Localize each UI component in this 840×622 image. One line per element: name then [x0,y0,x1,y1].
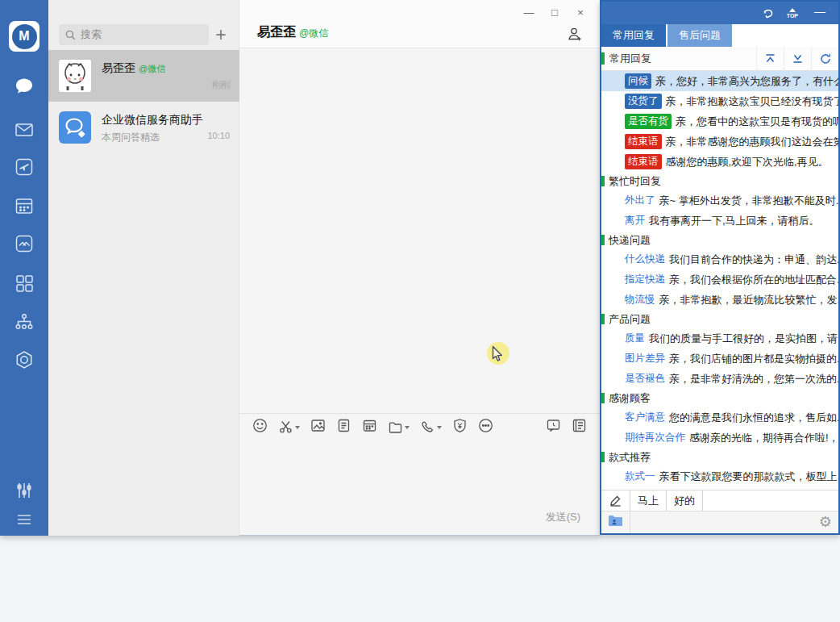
payment-icon[interactable] [452,418,468,436]
assistant-minimize-icon[interactable]: — [809,5,830,21]
edit-pencil-icon[interactable] [601,491,630,511]
reply-text: 亲，非常抱歉这款宝贝已经没有现货了... [666,94,839,109]
reply-tag[interactable]: 质量 [625,331,645,346]
add-member-icon[interactable] [566,26,582,45]
image-icon[interactable] [310,418,326,436]
reply-text: 我们的质量与手工很好的，是实拍图，请... [649,332,838,346]
menu-icon[interactable] [0,510,48,529]
reply-item[interactable]: 结束语亲，非常感谢您的惠顾我们这边会在第... [601,131,838,152]
reply-item[interactable]: 期待再次合作感谢亲的光临，期待再合作啦!，... [601,428,838,448]
reply-tag[interactable]: 指定快递 [625,272,665,287]
tab-common-replies[interactable]: 常用回复 [601,24,666,47]
reply-tag[interactable]: 期待再次合作 [625,430,685,445]
screenshot-icon[interactable] [278,420,300,435]
chat-list-item[interactable]: 易歪歪@微信刚刚 [48,50,239,102]
reply-item[interactable]: 问候亲，您好，非常高兴为您服务了，有什么... [601,71,838,91]
reply-tag[interactable]: 结束语 [625,154,662,169]
reply-item[interactable]: 指定快递亲，我们会根据你所在的地址匹配合... [601,269,838,290]
quick-tab-haode[interactable]: 好的 [667,491,703,511]
add-chat-button[interactable]: + [210,23,232,46]
reply-text: 我有事离开一下,马上回来，请稍后。 [649,214,820,228]
calendar-icon[interactable] [0,195,48,216]
quick-tab-mashang[interactable]: 马上 [630,491,667,511]
reply-item[interactable]: 外出了亲~ 掌柜外出发货，非常抱歉不能及时... [601,190,838,211]
chat-history-icon[interactable] [546,418,561,436]
section-green-bar [601,52,605,65]
reply-tag[interactable]: 外出了 [625,193,655,208]
reply-tag[interactable]: 物流慢 [625,292,655,307]
group-green-bar [601,235,605,245]
maximize-button[interactable]: □ [542,3,568,21]
call-dropdown[interactable] [437,426,442,429]
folder-dropdown[interactable] [405,426,410,429]
reply-item[interactable]: 款式一亲看下这款跟您要的那款款式，板型上... [601,466,838,486]
reply-group-header: 快递问题 [601,231,838,249]
chat-title: 易歪歪@微信 [257,24,328,41]
assistant-tabs: 常用回复 售后问题 [601,24,838,47]
reply-item[interactable]: 物流慢亲，非常抱歉，最近物流比较繁忙，发... [601,290,838,310]
mail-icon[interactable] [0,119,48,140]
minimize-button[interactable]: — [516,3,542,21]
pin-top-triangle [789,8,796,12]
cartoon-face-avatar [59,60,91,92]
more-icon[interactable] [478,418,493,436]
reply-tag[interactable]: 客户满意 [625,410,665,425]
reply-item[interactable]: 质量我们的质量与手工很好的，是实拍图，请... [601,328,838,349]
refresh-icon[interactable] [811,47,838,71]
scroll-to-bottom-icon[interactable] [784,47,811,71]
reply-text: 亲，您看中的这款宝贝是有现货的呢... [676,115,838,129]
reply-item[interactable]: 什么快递我们目前合作的快递为：申通、韵达... [601,249,838,269]
group-title: 产品问题 [609,312,651,327]
gallery-icon[interactable] [0,233,48,254]
gear-icon[interactable]: ⚙ [819,515,832,529]
reply-text: 我们目前合作的快递为：申通、韵达... [669,253,838,267]
reply-item[interactable]: 图片差异亲，我们店铺的图片都是实物拍摄的... [601,349,838,369]
chat-toolbar [239,413,600,440]
assistant-titlebar: TOP — [601,2,838,24]
folder-icon[interactable] [388,420,410,435]
folder-store-icon[interactable] [608,514,623,530]
reply-tag[interactable]: 结束语 [625,134,662,149]
reply-tag[interactable]: 没货了 [625,94,662,109]
close-button[interactable]: × [568,3,593,21]
chat-list-item[interactable]: 企业微信服务商助手本周问答精选10:10 [48,102,239,153]
reply-item[interactable]: 客户满意您的满意是我们永恒的追求，售后如... [601,407,838,428]
reply-item[interactable]: 没货了亲，非常抱歉这款宝贝已经没有现货了... [601,91,838,111]
apps-icon[interactable] [0,273,48,294]
contacts-org-icon[interactable] [0,311,48,332]
reply-item[interactable]: 是否有货亲，您看中的这款宝贝是有现货的呢... [601,111,838,131]
send-button[interactable]: 发送(S) [546,510,580,524]
screenshot-dropdown[interactable] [295,426,300,429]
reply-tag[interactable]: 什么快递 [625,252,665,267]
workbench-icon[interactable] [0,349,48,370]
reply-text: 感谢亲的光临，期待再合作啦!，... [689,431,838,445]
schedule-icon[interactable] [362,418,377,436]
scroll-to-top-icon[interactable] [756,47,784,71]
emoji-icon[interactable] [252,418,268,436]
reply-tag[interactable]: 问候 [625,73,651,89]
reply-item[interactable]: 离开我有事离开一下,马上回来，请稍后。 [601,211,838,231]
approval-icon[interactable] [0,157,48,177]
reply-tag[interactable]: 离开 [625,213,645,228]
tab-aftersale-questions[interactable]: 售后问题 [667,24,732,47]
reply-tag[interactable]: 款式一 [625,469,655,484]
call-icon[interactable] [420,420,442,435]
message-panel-icon[interactable] [572,418,587,436]
reply-item[interactable]: 结束语感谢您的惠顾,欢迎下次光临,再见。 [601,152,838,172]
yiyaya-logo[interactable]: M [0,21,48,52]
reply-tag[interactable]: 是否褪色 [625,371,665,386]
search-input[interactable]: 搜索 [59,24,209,45]
chat-item-name-text: 企业微信服务商助手 [102,113,203,126]
reply-text: 您的满意是我们永恒的追求，售后如... [669,411,838,425]
file-icon[interactable] [336,418,351,436]
reply-text: 亲~ 掌柜外出发货，非常抱歉不能及时... [659,194,839,208]
group-green-bar [601,452,605,462]
reply-item[interactable]: 是否褪色亲，是非常好清洗的，您第一次洗的... [601,369,838,389]
pin-top-icon[interactable]: TOP [787,8,798,19]
reply-tag[interactable]: 图片差异 [625,351,665,366]
filters-icon[interactable] [0,481,48,500]
magnet-icon[interactable] [762,6,776,20]
yiyaya-logo-letter: M [12,24,37,49]
reply-tag[interactable]: 是否有货 [625,114,672,129]
chat-icon[interactable] [0,76,48,97]
